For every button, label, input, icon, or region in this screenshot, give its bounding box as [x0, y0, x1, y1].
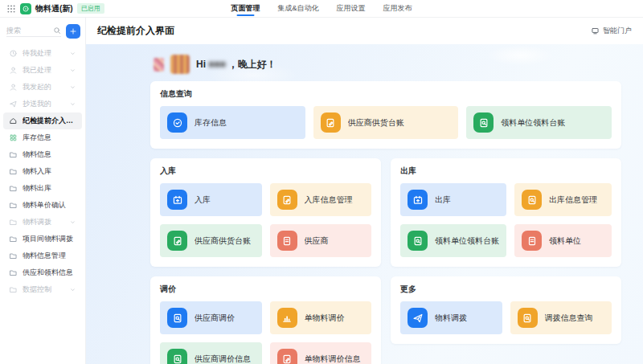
- sidebar-item-label: 纪检提前介入界面: [23, 116, 76, 126]
- send-icon: [9, 100, 18, 108]
- doc-search-icon: [408, 231, 428, 251]
- tile-label: 入库: [195, 194, 211, 206]
- card-title: 更多: [400, 284, 612, 295]
- sidebar-item[interactable]: 物料信息管理: [3, 247, 82, 264]
- tile-label: 供应商调价信息: [195, 354, 251, 364]
- sidebar-item[interactable]: 供应和领料信息: [3, 264, 82, 281]
- card-title: 出库: [400, 166, 612, 177]
- tile-label: 物料调拨: [435, 313, 467, 324]
- card-title: 调价: [160, 284, 371, 295]
- sidebar-item-label: 库存信息: [23, 133, 51, 143]
- folder-icon: [9, 150, 18, 159]
- card-信息查询: 信息查询库存信息供应商供货台账领料单位领料台账: [150, 81, 621, 149]
- portal-link[interactable]: 智能门户: [591, 26, 632, 36]
- tile-label: 出库: [435, 194, 451, 206]
- card-出库: 出库出库出库信息管理领料单位领料台账领料单位: [391, 158, 621, 267]
- card-调价: 调价供应商调价单物料调价供应商调价信息单物料调价信息: [150, 276, 381, 364]
- tile-label: 领料单位: [549, 235, 581, 247]
- doc-edit-icon: [277, 349, 297, 364]
- waffle-menu-icon[interactable]: [6, 4, 16, 14]
- tile-入库[interactable]: 入库: [160, 183, 262, 216]
- sidebar-item[interactable]: 数据控制: [3, 281, 82, 298]
- top-nav-tabs: 页面管理集成&自动化应用设置应用发布: [231, 0, 412, 17]
- tile-领料单位[interactable]: 领料单位: [514, 224, 612, 257]
- banner-decoration: [154, 58, 164, 72]
- plane-icon: [408, 308, 428, 328]
- tile-供应商调价[interactable]: 供应商调价: [160, 301, 262, 334]
- app-name: 物料通(新): [35, 3, 73, 14]
- folder-icon: [9, 235, 18, 243]
- sidebar-item-label: 物料信息: [23, 149, 51, 160]
- tile-入库信息管理[interactable]: 入库信息管理: [270, 183, 372, 216]
- chevron-down-icon: [69, 67, 76, 74]
- folder-icon: [9, 285, 18, 294]
- tile-领料单位领料台账[interactable]: 领料单位领料台账: [466, 106, 612, 139]
- top-tab[interactable]: 集成&自动化: [277, 0, 318, 17]
- doc-lines-icon: [522, 231, 542, 251]
- tile-grid: 出库出库信息管理领料单位领料台账领料单位: [400, 183, 612, 257]
- sidebar-item[interactable]: 库存信息: [3, 129, 82, 146]
- sidebar-item-label: 待我处理: [23, 48, 51, 59]
- tile-label: 单物料调价信息: [305, 354, 361, 364]
- tile-grid: 库存信息供应商供货台账领料单位领料台账: [160, 106, 612, 139]
- tile-供应商供货台账[interactable]: 供应商供货台账: [160, 224, 262, 257]
- add-page-button[interactable]: [66, 24, 80, 39]
- tile-label: 供应商: [305, 235, 329, 247]
- sidebar-item-label: 物料入库: [23, 166, 51, 177]
- doc-search-icon: [518, 308, 538, 328]
- doc-edit-icon: [321, 112, 341, 133]
- sidebar-item[interactable]: 物料入库: [3, 163, 82, 180]
- tile-物料调拨[interactable]: 物料调拨: [400, 301, 502, 334]
- sidebar-item[interactable]: 抄送我的: [3, 96, 82, 112]
- doc-lines-icon: [277, 231, 297, 251]
- chevron-down-icon: [69, 84, 76, 91]
- grid-icon: [9, 133, 18, 142]
- sidebar-item[interactable]: 纪检提前介入界面: [3, 112, 82, 129]
- sidebar-item-label: 供应和领料信息: [23, 268, 73, 278]
- sidebar-item-label: 数据控制: [23, 284, 51, 295]
- sidebar-item[interactable]: 待我处理: [3, 45, 82, 62]
- tile-单物料调价信息[interactable]: 单物料调价信息: [270, 342, 372, 364]
- app-identity: 物料通(新) 已启用: [6, 3, 104, 14]
- content-area: Hi■■■，晚上好！ 信息查询库存信息供应商供货台账领料单位领料台账入库入库入库…: [86, 44, 643, 364]
- doc-search-icon: [167, 308, 187, 328]
- search-icon: [53, 27, 61, 35]
- tile-领料单位领料台账[interactable]: 领料单位领料台账: [400, 224, 506, 257]
- portal-link-label: 智能门户: [603, 26, 632, 36]
- tile-供应商供货台账[interactable]: 供应商供货台账: [313, 106, 459, 139]
- top-tab[interactable]: 应用发布: [383, 0, 412, 17]
- sidebar-item-list: 待我处理我已处理我发起的抄送我的纪检提前介入界面库存信息物料信息物料入库物料出库…: [0, 43, 85, 300]
- folder-icon: [9, 201, 18, 210]
- tile-供应商[interactable]: 供应商: [270, 224, 372, 257]
- tile-库存信息[interactable]: 库存信息: [160, 106, 305, 139]
- tile-label: 供应商供货台账: [195, 235, 251, 247]
- search-input[interactable]: [6, 27, 53, 35]
- tile-label: 调拨信息查询: [545, 313, 593, 324]
- main-area: 纪检提前介入界面 智能门户 Hi■■■，晚上好！ 信息查询库存信息供应商供货台账…: [86, 18, 643, 364]
- sidebar-item[interactable]: 我发起的: [3, 79, 82, 96]
- badge-icon: [167, 112, 187, 133]
- tile-grid: 入库入库信息管理供应商供货台账供应商: [160, 183, 371, 257]
- clock-icon: [9, 49, 18, 58]
- tile-供应商调价信息[interactable]: 供应商调价信息: [160, 342, 262, 364]
- top-tab[interactable]: 页面管理: [231, 0, 260, 17]
- sidebar-item[interactable]: 我已处理: [3, 62, 82, 79]
- sidebar-item[interactable]: 物料单价确认: [3, 197, 82, 214]
- user-name: ■■■: [208, 59, 226, 70]
- tile-单物料调价[interactable]: 单物料调价: [270, 301, 372, 334]
- chevron-down-icon: [69, 219, 76, 226]
- card-title: 信息查询: [160, 88, 612, 100]
- sidebar-item-label: 项目间物料调拨: [23, 234, 73, 244]
- tile-grid: 物料调拨调拨信息查询: [400, 301, 612, 334]
- sidebar: 待我处理我已处理我发起的抄送我的纪检提前介入界面库存信息物料信息物料入库物料出库…: [0, 18, 86, 364]
- top-tab[interactable]: 应用设置: [337, 0, 366, 17]
- tile-调拨信息查询[interactable]: 调拨信息查询: [510, 301, 612, 334]
- sidebar-item[interactable]: 物料调拨: [3, 214, 82, 231]
- app-status-badge: 已启用: [77, 3, 104, 14]
- sidebar-item[interactable]: 物料出库: [3, 180, 82, 197]
- page-title: 纪检提前介入界面: [97, 24, 174, 38]
- sidebar-item[interactable]: 物料信息: [3, 146, 82, 163]
- sidebar-item[interactable]: 项目间物料调拨: [3, 231, 82, 247]
- tile-出库信息管理[interactable]: 出库信息管理: [514, 183, 612, 216]
- tile-出库[interactable]: 出库: [400, 183, 506, 216]
